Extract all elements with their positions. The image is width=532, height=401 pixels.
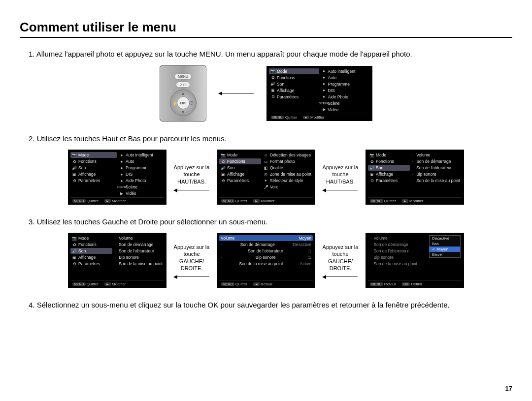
arrow-left-icon xyxy=(323,190,358,190)
arrow-left-icon xyxy=(174,190,209,190)
lcd-s3-b: VolumeMoyen Son de démarrage:Désactivé S… xyxy=(217,233,315,288)
opt-desactive: Désactivé xyxy=(430,236,460,241)
page-title: Comment utiliser le menu xyxy=(20,20,512,38)
lcd-s2-c: 📷Mode ✿Fonctions 🔊Son ▣Affichage ⚙Paramè… xyxy=(366,150,464,205)
menu-item-mode: 📷Mode xyxy=(269,68,319,74)
mode-video: ▶Vidéo xyxy=(320,107,370,113)
opt-bas: Bas xyxy=(430,241,460,247)
menu-item-affichage: ▣Affichage xyxy=(269,88,319,93)
step-2-text: 2. Utilisez les touches Haut et Bas pour… xyxy=(29,134,512,143)
lcd-s3-c: Volume Son de démarrage Son de l'obturat… xyxy=(366,233,464,288)
row-volume: VolumeMoyen xyxy=(219,235,313,241)
dpad-flash-icon: ⚡ xyxy=(172,100,178,106)
dpad: ▲ ▼ ⚡ ⏱ OK xyxy=(170,90,197,116)
display-icon: ▣ xyxy=(270,88,275,93)
camera-back-illustration: MENU DISP ▲ ▼ ⚡ ⏱ OK xyxy=(160,65,206,122)
lcd-s3-a: 📷Mode ✿Fonctions 🔊Son ▣Affichage ⚙Paramè… xyxy=(68,233,166,288)
step-3-row: 📷Mode ✿Fonctions 🔊Son ▣Affichage ⚙Paramè… xyxy=(20,233,512,288)
step-2-row: 📷Mode ✿Fonctions 🔊Son ▣Affichage ⚙Paramè… xyxy=(20,150,512,205)
mode-auto: ●Auto xyxy=(320,75,370,81)
disp-button-label: DISP xyxy=(176,82,190,88)
settings-icon: ⚙ xyxy=(270,94,275,99)
step-1-text: 1. Allumez l'appareil photo et appuyez s… xyxy=(29,50,512,58)
lcd-s2-b: 📷Mode ✿Fonctions 🔊Son ▣Affichage ⚙Paramè… xyxy=(217,150,315,205)
mode-programme: ●Programme xyxy=(320,81,370,87)
step-3-text: 3. Utilisez les touches Gauche et Droite… xyxy=(29,217,512,226)
menu-item-son: 🔊Son xyxy=(269,81,319,87)
camera-icon: 📷 xyxy=(270,69,275,74)
page-number: 17 xyxy=(505,385,512,392)
dpad-down-icon: ▼ xyxy=(181,109,186,115)
mode-aide: ●Aide Photo xyxy=(320,94,370,100)
lcd-s2-a: 📷Mode ✿Fonctions 🔊Son ▣Affichage ⚙Paramè… xyxy=(68,150,166,205)
mode-dis: ●DIS xyxy=(320,88,370,93)
dpad-timer-icon: ⏱ xyxy=(189,100,194,106)
ok-button: OK xyxy=(177,96,190,109)
mode-scene: SCENEScène xyxy=(320,100,370,106)
arrow-left-icon xyxy=(219,93,254,93)
menu-item-fonctions: ✿Fonctions xyxy=(269,75,319,81)
step-1-row: MENU DISP ▲ ▼ ⚡ ⏱ OK 📷Mode ✿Fonctions 🔊S… xyxy=(20,65,512,122)
step-4-text: 4. Sélectionnez un sous-menu et cliquez … xyxy=(29,301,512,309)
arrow-left-icon xyxy=(174,277,209,277)
lcd-screen-mode: 📷Mode ✿Fonctions 🔊Son ▣Affichage ⚙Paramè… xyxy=(266,66,372,121)
opt-moyen: Moyen xyxy=(430,247,460,252)
mode-auto-intelligent: ●Auto intelligent xyxy=(320,68,370,74)
gear-icon: ✿ xyxy=(270,75,275,80)
speaker-icon: 🔊 xyxy=(270,82,275,87)
caption-leftright-1: Appuyez sur la touche GAUCHE/ DROITE. xyxy=(170,244,213,272)
menu-button-label: MENU xyxy=(174,73,192,80)
caption-leftright-2: Appuyez sur la touche GAUCHE/ DROITE. xyxy=(319,244,362,272)
volume-options-popup: Désactivé Bas Moyen Elevé xyxy=(429,235,461,258)
arrow-group xyxy=(215,93,258,93)
arrow-left-icon xyxy=(323,277,358,277)
dpad-up-icon: ▲ xyxy=(181,91,186,96)
lcd-footer: MENU Quitter ► Modifier xyxy=(269,114,370,121)
caption-updown-1: Appuyez sur la touche HAUT/BAS. xyxy=(170,164,213,185)
caption-updown-2: Appuyez sur la touche HAUT/BAS. xyxy=(319,164,362,185)
opt-eleve: Elevé xyxy=(430,252,460,257)
menu-item-parametres: ⚙Paramètres xyxy=(269,94,319,100)
